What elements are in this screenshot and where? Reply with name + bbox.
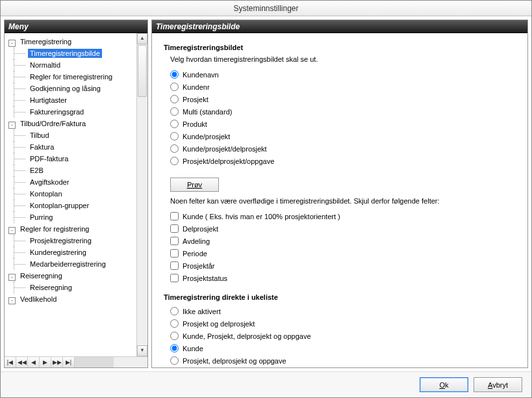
view-mode-option-2[interactable]: Prosjekt bbox=[170, 93, 516, 105]
view-mode-option-1[interactable]: Kundenr bbox=[170, 81, 516, 93]
view-mode-radio-0[interactable] bbox=[170, 70, 179, 79]
tree-kunderegistrering-label[interactable]: Kunderegistrering bbox=[28, 248, 88, 257]
tree-faktura-label[interactable]: Faktura bbox=[28, 142, 56, 152]
tree-vedlikehold-label[interactable]: Vedlikehold bbox=[18, 295, 58, 304]
tree-timeregistrering[interactable]: -Timeregistrering bbox=[6, 36, 136, 47]
weeklist-radio-3[interactable] bbox=[170, 344, 179, 352]
weeklist-option-4[interactable]: Prosjekt, delprosjekt og oppgave bbox=[170, 354, 516, 367]
tree-faktureringsgrad-label[interactable]: Faktureringsgrad bbox=[28, 107, 86, 116]
hide-field-checkbox-1[interactable] bbox=[170, 224, 179, 233]
hide-field-checkbox-5[interactable] bbox=[170, 274, 179, 282]
weeklist-radio-2[interactable] bbox=[170, 332, 179, 340]
nav-btn-2[interactable]: ◀ bbox=[28, 357, 40, 367]
tree-kontoplan-label[interactable]: Kontoplan bbox=[28, 189, 64, 198]
hide-field-option-3[interactable]: Periode bbox=[170, 247, 516, 259]
tree-prosjektregistrering-label[interactable]: Prosjektregistrering bbox=[28, 236, 94, 245]
weeklist-radio-0[interactable] bbox=[170, 307, 179, 315]
tree-purring-label[interactable]: Purring bbox=[28, 213, 55, 222]
tree-regler-for-timeregistrering-label[interactable]: Regler for timeregistrering bbox=[28, 72, 114, 81]
view-mode-option-7[interactable]: Prosjekt/delprosjekt/oppgave bbox=[170, 155, 516, 167]
tree-reiseregning-label[interactable]: Reiseregning bbox=[18, 271, 64, 280]
tree-prosjektregistrering[interactable]: Prosjektregistrering bbox=[6, 235, 136, 246]
vertical-scrollbar[interactable]: ▲ ▼ bbox=[136, 33, 147, 356]
hide-field-checkbox-4[interactable] bbox=[170, 261, 179, 270]
tree-tilbud-ordre-faktura-toggle[interactable]: - bbox=[8, 122, 16, 129]
tree-timeregistreringsbilde[interactable]: Timeregistreringsbilde bbox=[6, 47, 136, 59]
tree-reiseregning-sub[interactable]: Reiseregning bbox=[6, 282, 136, 293]
tree-hurtigtaster[interactable]: Hurtigtaster bbox=[6, 94, 136, 106]
tree-regler-for-registrering-label[interactable]: Regler for registrering bbox=[18, 224, 91, 233]
view-mode-radio-6[interactable] bbox=[170, 144, 179, 153]
tree-godkjenning-og-lasing[interactable]: Godkjenning og låsing bbox=[6, 83, 136, 94]
hide-field-option-0[interactable]: Kunde ( Eks. hvis man er 100% prosjektor… bbox=[170, 210, 516, 222]
tree-medarbeiderregistrering-label[interactable]: Medarbeiderregistrering bbox=[28, 259, 108, 269]
view-mode-radio-1[interactable] bbox=[170, 83, 179, 91]
ok-button[interactable]: Ok bbox=[420, 377, 468, 392]
tree-timeregistrering-label[interactable]: Timeregistrering bbox=[18, 37, 73, 46]
hide-field-option-1[interactable]: Delprosjekt bbox=[170, 222, 516, 235]
view-mode-radio-7[interactable] bbox=[170, 157, 179, 165]
tree-hurtigtaster-label[interactable]: Hurtigtaster bbox=[28, 96, 69, 105]
nav-btn-1[interactable]: ◀◀ bbox=[16, 357, 28, 367]
tree-purring[interactable]: Purring bbox=[6, 211, 136, 223]
tree-kontoplan-grupper-label[interactable]: Kontoplan-grupper bbox=[28, 201, 91, 210]
tree-reiseregning[interactable]: -Reiseregning bbox=[6, 270, 136, 282]
hide-field-option-4[interactable]: Prosjektår bbox=[170, 259, 516, 272]
tree-timeregistreringsbilde-label[interactable]: Timeregistreringsbilde bbox=[28, 49, 102, 58]
weeklist-option-2[interactable]: Kunde, Prosjekt, delprosjekt og oppgave bbox=[170, 330, 516, 342]
tree-avgiftskoder[interactable]: Avgiftskoder bbox=[6, 176, 136, 188]
hide-field-checkbox-2[interactable] bbox=[170, 237, 179, 245]
scroll-down-button[interactable]: ▼ bbox=[137, 345, 147, 356]
tree-kontoplan-grupper[interactable]: Kontoplan-grupper bbox=[6, 200, 136, 211]
tree-regler-for-timeregistrering[interactable]: Regler for timeregistrering bbox=[6, 71, 136, 83]
tree-tilbud-ordre-faktura[interactable]: -Tilbud/Ordre/Faktura bbox=[6, 118, 136, 129]
tree-tilbud[interactable]: Tilbud bbox=[6, 129, 136, 141]
nav-btn-5[interactable]: ▶| bbox=[63, 357, 75, 367]
tree-vedlikehold-toggle[interactable]: - bbox=[8, 297, 16, 304]
view-mode-radio-2[interactable] bbox=[170, 95, 179, 103]
tree-pdf-faktura-label[interactable]: PDF-faktura bbox=[28, 154, 70, 163]
hide-field-option-2[interactable]: Avdeling bbox=[170, 235, 516, 247]
weeklist-option-0[interactable]: Ikke aktivert bbox=[170, 305, 516, 317]
tree-e2b-label[interactable]: E2B bbox=[28, 166, 45, 175]
tree-godkjenning-og-lasing-label[interactable]: Godkjenning og låsing bbox=[28, 84, 103, 93]
tree-kontoplan[interactable]: Kontoplan bbox=[6, 188, 136, 200]
nav-btn-0[interactable]: |◀ bbox=[5, 357, 16, 367]
view-mode-option-3[interactable]: Multi (standard) bbox=[170, 105, 516, 118]
tree-normaltid-label[interactable]: Normaltid bbox=[28, 60, 62, 70]
view-mode-option-6[interactable]: Kunde/prosjekt/delprosjekt bbox=[170, 142, 516, 155]
nav-btn-4[interactable]: ▶▶ bbox=[51, 357, 63, 367]
tree-normaltid[interactable]: Normaltid bbox=[6, 59, 136, 71]
hide-field-checkbox-3[interactable] bbox=[170, 249, 179, 258]
tree-timeregistrering-toggle[interactable]: - bbox=[8, 40, 16, 47]
tree-pdf-faktura[interactable]: PDF-faktura bbox=[6, 153, 136, 165]
tree-reiseregning-toggle[interactable]: - bbox=[8, 274, 16, 281]
tree-faktura[interactable]: Faktura bbox=[6, 141, 136, 153]
hide-field-option-5[interactable]: Prosjektstatus bbox=[170, 272, 516, 284]
view-mode-option-5[interactable]: Kunde/prosjekt bbox=[170, 130, 516, 142]
tree-vedlikehold[interactable]: -Vedlikehold bbox=[6, 293, 136, 305]
tree-faktureringsgrad[interactable]: Faktureringsgrad bbox=[6, 106, 136, 118]
view-mode-radio-5[interactable] bbox=[170, 132, 179, 140]
nav-btn-3[interactable]: ▶ bbox=[40, 357, 51, 367]
try-button[interactable]: Prøv bbox=[170, 178, 219, 192]
weeklist-radio-4[interactable] bbox=[170, 356, 179, 365]
tree-regler-for-registrering[interactable]: -Regler for registrering bbox=[6, 223, 136, 235]
scroll-thumb[interactable] bbox=[138, 45, 147, 97]
tree-e2b[interactable]: E2B bbox=[6, 165, 136, 176]
tree-regler-for-registrering-toggle[interactable]: - bbox=[8, 227, 16, 234]
view-mode-radio-4[interactable] bbox=[170, 120, 179, 128]
tree-tilbud-label[interactable]: Tilbud bbox=[28, 131, 51, 140]
view-mode-radio-3[interactable] bbox=[170, 107, 179, 116]
hide-field-checkbox-0[interactable] bbox=[170, 212, 179, 220]
tree-tilbud-ordre-faktura-label[interactable]: Tilbud/Ordre/Faktura bbox=[18, 119, 88, 128]
view-mode-option-4[interactable]: Produkt bbox=[170, 118, 516, 130]
tree-reiseregning-sub-label[interactable]: Reiseregning bbox=[28, 283, 74, 292]
cancel-button[interactable]: Avbryt bbox=[474, 377, 522, 392]
tree-medarbeiderregistrering[interactable]: Medarbeiderregistrering bbox=[6, 258, 136, 270]
weeklist-option-3[interactable]: Kunde bbox=[170, 342, 516, 354]
tree-kunderegistrering[interactable]: Kunderegistrering bbox=[6, 246, 136, 258]
view-mode-option-0[interactable]: Kundenavn bbox=[170, 68, 516, 81]
weeklist-radio-1[interactable] bbox=[170, 319, 179, 328]
tree-avgiftskoder-label[interactable]: Avgiftskoder bbox=[28, 178, 71, 187]
